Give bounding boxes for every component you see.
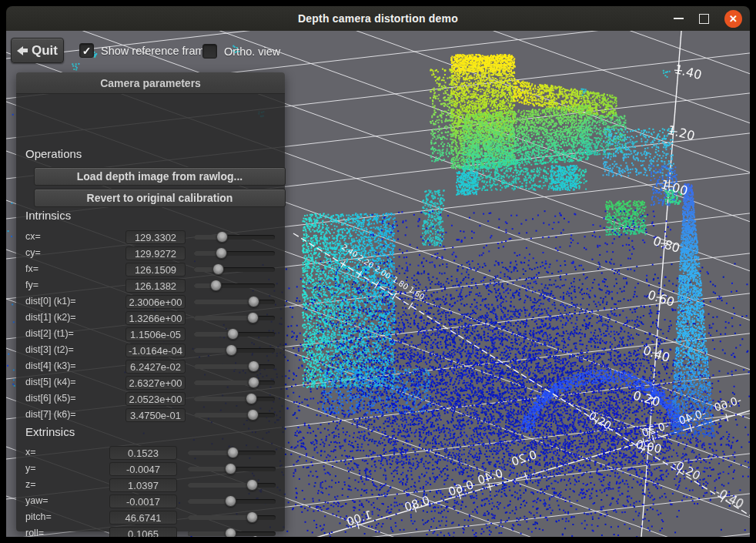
slider-knob[interactable] <box>216 231 228 243</box>
slider-fill <box>194 413 253 417</box>
slider-knob[interactable] <box>227 328 239 340</box>
param-slider[interactable] <box>194 235 275 240</box>
param-slider[interactable] <box>188 531 276 536</box>
slider-knob[interactable] <box>248 377 259 388</box>
param-value-box[interactable]: 46.6741 <box>109 511 177 525</box>
param-row: dist[6] (k5)=2.0523e+00 <box>16 392 285 406</box>
param-slider[interactable] <box>194 397 275 401</box>
param-value-box[interactable]: 1.1506e-05 <box>125 327 186 341</box>
param-value-box[interactable]: 0.1523 <box>109 446 177 460</box>
load-depth-image-button[interactable]: Load depth image from rawlog... <box>34 167 286 186</box>
param-slider[interactable] <box>188 467 276 471</box>
param-row: yaw=-0.0017 <box>16 494 285 508</box>
param-label: dist[0] (k1)= <box>25 296 76 307</box>
param-slider[interactable] <box>194 348 275 353</box>
param-value-box[interactable]: 126.1509 <box>125 263 186 277</box>
param-row: pitch=46.6741 <box>16 511 285 525</box>
param-slider[interactable] <box>188 451 276 455</box>
slider-knob[interactable] <box>212 263 224 275</box>
param-slider[interactable] <box>194 413 275 417</box>
param-slider[interactable] <box>194 251 275 256</box>
param-value-box[interactable]: 126.1382 <box>125 279 186 293</box>
param-label: dist[6] (k5)= <box>25 393 76 404</box>
param-value-box[interactable]: -1.0164e-04 <box>125 344 186 357</box>
param-value-box[interactable]: 129.9272 <box>125 246 186 260</box>
extrinsics-section-label: Extrinsics <box>25 425 75 438</box>
maximize-icon[interactable] <box>699 14 709 24</box>
close-button[interactable]: ✕ <box>724 10 742 28</box>
show-reference-frame-checkbox[interactable]: ✓ Show reference frame <box>79 43 211 58</box>
slider-knob[interactable] <box>210 280 222 291</box>
param-label: dist[2] (t1)= <box>25 328 74 339</box>
param-label: cx= <box>25 231 41 242</box>
slider-knob[interactable] <box>225 528 236 537</box>
param-slider[interactable] <box>188 499 276 504</box>
param-row: dist[2] (t1)=1.1506e-05 <box>16 327 285 341</box>
slider-knob[interactable] <box>216 247 227 259</box>
param-label: cy= <box>25 247 41 258</box>
param-value-box[interactable]: 2.6327e+00 <box>125 376 186 390</box>
param-row: dist[1] (k2)=1.3266e+00 <box>16 311 285 325</box>
slider-fill <box>194 397 252 401</box>
param-value-box[interactable]: 2.3006e+00 <box>125 295 186 309</box>
param-value-box[interactable]: -0.0047 <box>109 462 177 476</box>
titlebar[interactable]: Depth camera distortion demo ✕ <box>6 6 750 31</box>
camera-parameters-panel: Camera parameters Operations Load depth … <box>16 72 285 531</box>
param-row: cx=129.3302 <box>16 230 285 244</box>
slider-knob[interactable] <box>227 447 239 458</box>
slider-knob[interactable] <box>248 360 259 372</box>
slider-knob[interactable] <box>225 495 236 507</box>
back-arrow-icon <box>17 46 28 55</box>
3d-viewport[interactable]: 1.401.201.000.800.600.400.200.001.000.80… <box>6 31 750 537</box>
slider-knob[interactable] <box>226 344 237 356</box>
intrinsics-section-label: Intrinsics <box>25 209 71 222</box>
checkbox-empty-icon[interactable] <box>202 44 217 59</box>
param-value-box[interactable]: -0.0017 <box>109 494 177 508</box>
checkbox-check-icon[interactable]: ✓ <box>79 43 94 58</box>
minimize-icon[interactable] <box>674 18 684 19</box>
param-slider[interactable] <box>194 283 275 288</box>
param-slider[interactable] <box>188 483 276 488</box>
panel-body: Operations Load depth image from rawlog.… <box>16 94 285 531</box>
window-title: Depth camera distortion demo <box>298 12 458 25</box>
operations-section-label: Operations <box>25 147 82 160</box>
slider-knob[interactable] <box>246 479 258 491</box>
slider-knob[interactable] <box>248 296 259 307</box>
slider-knob[interactable] <box>247 409 259 421</box>
param-slider[interactable] <box>194 332 275 337</box>
app-window: Depth camera distortion demo ✕ 1.401.201… <box>0 0 756 543</box>
param-slider[interactable] <box>194 267 275 272</box>
param-value-box[interactable]: 6.2427e-02 <box>125 360 186 374</box>
param-slider[interactable] <box>194 316 275 320</box>
param-slider[interactable] <box>194 364 275 369</box>
param-slider[interactable] <box>194 300 275 304</box>
param-value-box[interactable]: 0.1065 <box>109 527 177 537</box>
param-slider[interactable] <box>188 515 276 520</box>
param-label: dist[5] (k4)= <box>25 377 76 387</box>
param-row: roll=0.1065 <box>16 527 285 537</box>
param-row: dist[4] (k3)=6.2427e-02 <box>16 360 285 374</box>
param-value-box[interactable]: 129.3302 <box>125 230 186 244</box>
param-label: yaw= <box>25 495 49 506</box>
slider-fill <box>188 515 253 520</box>
param-row: dist[0] (k1)=2.3006e+00 <box>16 295 285 309</box>
ortho-view-checkbox[interactable]: Ortho. view <box>202 44 280 59</box>
ortho-view-label: Ortho. view <box>224 45 280 58</box>
param-value-box[interactable]: 1.3266e+00 <box>125 311 186 325</box>
slider-knob[interactable] <box>225 463 236 474</box>
quit-button[interactable]: Quit <box>11 38 64 63</box>
param-label: y= <box>25 463 36 474</box>
param-row: dist[3] (t2)=-1.0164e-04 <box>16 344 285 357</box>
param-row: fx=126.1509 <box>16 263 285 277</box>
param-label: z= <box>25 479 36 490</box>
param-value-box[interactable]: 3.4750e-01 <box>125 408 186 422</box>
slider-knob[interactable] <box>246 393 257 404</box>
param-value-box[interactable]: 2.0523e+00 <box>125 392 186 406</box>
panel-header[interactable]: Camera parameters <box>16 72 285 94</box>
slider-knob[interactable] <box>247 312 259 323</box>
param-slider[interactable] <box>194 380 275 385</box>
param-value-box[interactable]: 1.0397 <box>109 478 177 492</box>
revert-calibration-button[interactable]: Revert to original calibration <box>34 189 286 207</box>
quit-button-label: Quit <box>32 43 58 59</box>
slider-knob[interactable] <box>246 511 258 523</box>
